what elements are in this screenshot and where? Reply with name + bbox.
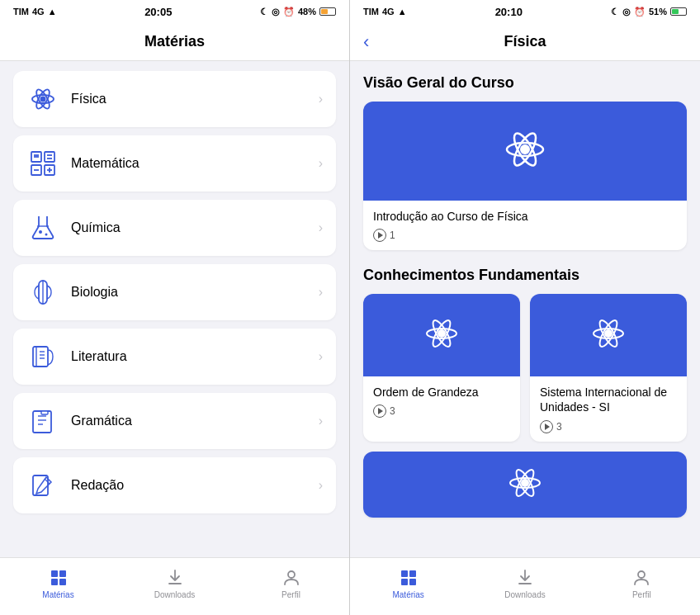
tab-materias-1[interactable]: Matérias bbox=[34, 568, 83, 599]
materias-tab-icon-2 bbox=[399, 568, 419, 588]
subject-item-biologia[interactable]: Biologia › bbox=[13, 264, 336, 320]
play-icon-sistema bbox=[540, 420, 553, 433]
screen-header-1: Matérias bbox=[0, 23, 349, 61]
svg-point-42 bbox=[521, 479, 529, 487]
cards-row-conhecimentos: Ordem de Grandeza 3 bbox=[363, 294, 687, 441]
carrier-2: TIM bbox=[363, 7, 379, 17]
chevron-redacao: › bbox=[319, 478, 323, 493]
matematica-icon bbox=[26, 147, 59, 180]
card-info-ordem: Ordem de Grandeza 3 bbox=[363, 376, 520, 426]
chevron-fisica: › bbox=[319, 92, 323, 106]
card-ordem-grandeza[interactable]: Ordem de Grandeza 3 bbox=[363, 294, 520, 441]
status-bar-2: TIM 4G ▲ 20:10 ☾ ◎ ⏰ 51% bbox=[350, 0, 700, 23]
screen-materias: TIM 4G ▲ 20:05 ☾ ◎ ⏰ 48% Matérias bbox=[0, 0, 350, 615]
fisica-icon bbox=[26, 83, 59, 116]
chevron-gramatica: › bbox=[319, 414, 323, 428]
screen-content-2: Visão Geral do Curso bbox=[350, 61, 700, 557]
svg-rect-48 bbox=[401, 579, 408, 585]
svg-point-16 bbox=[39, 230, 42, 234]
page-title-1: Matérias bbox=[13, 33, 336, 50]
tab-perfil-1[interactable]: Perfil bbox=[267, 568, 316, 599]
svg-point-38 bbox=[604, 329, 612, 338]
card-lessons-ordem: 3 bbox=[390, 405, 395, 417]
quimica-icon bbox=[26, 211, 59, 244]
subject-name-gramatica: Gramática bbox=[71, 414, 132, 428]
card-title-sistema: Sistema Internacional de Unidades - SI bbox=[540, 385, 677, 414]
screen-content-1: Física › bbox=[0, 61, 349, 557]
screen-fisica: TIM 4G ▲ 20:10 ☾ ◎ ⏰ 51% ‹ Física bbox=[350, 0, 700, 615]
tab-bar-1: Matérias Downloads Perfil bbox=[0, 557, 349, 615]
svg-point-30 bbox=[520, 144, 530, 154]
svg-rect-47 bbox=[409, 570, 416, 577]
tab-downloads-2[interactable]: Downloads bbox=[500, 568, 550, 599]
card-intro-fisica[interactable]: Introdução ao Curso de Física 1 bbox=[363, 102, 687, 250]
atom-icon-partial bbox=[504, 462, 546, 507]
svg-rect-46 bbox=[401, 570, 408, 577]
card-meta-ordem: 3 bbox=[373, 404, 510, 418]
subject-item-quimica[interactable]: Química › bbox=[13, 200, 336, 256]
svg-rect-26 bbox=[59, 570, 66, 577]
subject-item-fisica[interactable]: Física › bbox=[13, 71, 336, 127]
time-1: 20:05 bbox=[144, 6, 172, 18]
tab-perfil-2[interactable]: Perfil bbox=[617, 568, 666, 599]
tab-label-perfil-2: Perfil bbox=[632, 590, 651, 599]
subject-list: Física › bbox=[0, 61, 349, 523]
gramatica-icon bbox=[26, 404, 59, 438]
section-visao-geral: Visão Geral do Curso bbox=[363, 74, 687, 250]
carrier-1: TIM bbox=[13, 7, 29, 17]
chevron-biologia: › bbox=[319, 285, 323, 300]
status-right-2: ☾ ◎ ⏰ 51% bbox=[611, 7, 687, 17]
card-sistema-internacional[interactable]: Sistema Internacional de Unidades - SI 3 bbox=[530, 294, 687, 441]
svg-rect-20 bbox=[33, 347, 48, 367]
network-1: 4G bbox=[32, 7, 45, 17]
chevron-literatura: › bbox=[319, 349, 323, 364]
battery-percent-2: 51% bbox=[649, 7, 667, 17]
subject-item-redacao[interactable]: Redação › bbox=[13, 457, 336, 513]
tab-label-downloads-1: Downloads bbox=[154, 590, 195, 599]
svg-point-34 bbox=[438, 329, 446, 338]
card-lessons-intro: 1 bbox=[390, 229, 395, 241]
time-2: 20:10 bbox=[495, 6, 523, 18]
battery-icon-1 bbox=[319, 7, 336, 16]
card-info-intro: Introdução ao Curso de Física 1 bbox=[363, 201, 687, 250]
play-icon-intro bbox=[373, 229, 386, 242]
subject-item-gramatica[interactable]: Gramática › bbox=[13, 393, 336, 449]
subject-name-literatura: Literatura bbox=[71, 349, 127, 364]
tab-downloads-1[interactable]: Downloads bbox=[150, 568, 200, 599]
subject-name-redacao: Redação bbox=[71, 478, 124, 493]
section-conhecimentos: Conhecimentos Fundamentais bbox=[363, 267, 687, 517]
subject-name-matematica: Matemática bbox=[71, 156, 140, 171]
redacao-icon bbox=[26, 469, 59, 502]
card-image-intro bbox=[363, 102, 687, 201]
svg-rect-5 bbox=[45, 152, 54, 162]
atom-icon-intro bbox=[500, 125, 550, 177]
chevron-quimica: › bbox=[319, 220, 323, 235]
cards-row-visao: Introdução ao Curso de Física 1 bbox=[363, 102, 687, 250]
subject-name-quimica: Química bbox=[71, 220, 121, 235]
materias-tab-icon-1 bbox=[49, 568, 69, 588]
svg-point-50 bbox=[638, 571, 645, 578]
alarm-icon: ⏰ bbox=[283, 7, 295, 17]
card-partial[interactable] bbox=[363, 452, 687, 518]
literatura-icon bbox=[26, 340, 59, 373]
atom-icon-ordem bbox=[421, 313, 462, 357]
card-info-sistema: Sistema Internacional de Unidades - SI 3 bbox=[530, 376, 687, 441]
tab-materias-2[interactable]: Matérias bbox=[384, 568, 433, 599]
card-meta-intro: 1 bbox=[373, 229, 677, 242]
subject-item-matematica[interactable]: Matemática › bbox=[13, 135, 336, 192]
svg-rect-28 bbox=[59, 579, 66, 585]
chevron-matematica: › bbox=[319, 156, 323, 171]
tab-label-downloads-2: Downloads bbox=[504, 590, 545, 599]
back-button[interactable]: ‹ bbox=[363, 31, 369, 53]
tab-bar-2: Matérias Downloads Perfil bbox=[350, 557, 700, 615]
subject-item-literatura[interactable]: Literatura › bbox=[13, 329, 336, 385]
svg-rect-25 bbox=[51, 570, 58, 577]
screen-header-2: ‹ Física bbox=[350, 23, 700, 61]
svg-point-0 bbox=[40, 97, 46, 102]
play-icon-ordem bbox=[373, 404, 386, 418]
subject-name-biologia: Biologia bbox=[71, 285, 118, 300]
downloads-tab-icon-2 bbox=[515, 568, 535, 588]
status-right-1: ☾ ◎ ⏰ 48% bbox=[260, 7, 336, 17]
card-image-ordem bbox=[363, 294, 520, 376]
tab-label-materias-1: Matérias bbox=[42, 590, 73, 599]
